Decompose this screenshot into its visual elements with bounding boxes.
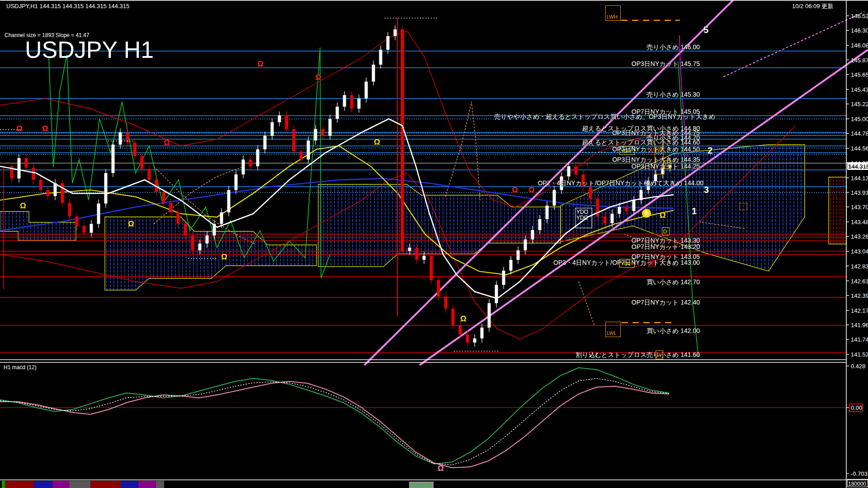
candle-body: [408, 248, 411, 251]
candle-body: [604, 216, 607, 223]
arrow-signal-icon: ↓: [650, 130, 654, 138]
marker-box-m: M: [648, 260, 655, 267]
timeline-segment[interactable]: [90, 481, 121, 488]
big-symbol-title: USDJPY H1: [25, 36, 154, 63]
candle-body: [488, 303, 491, 328]
candle-body: [466, 334, 469, 343]
candle-body: [68, 203, 71, 216]
candle-body: [394, 29, 397, 36]
candle-body: [437, 280, 440, 296]
candle-body: [47, 190, 50, 197]
candle-body: [133, 143, 137, 156]
candle-body: [104, 173, 108, 204]
price-annotation: OP2・4日NYカット/OP7日NYカット極めて大きめ 144.00: [538, 179, 703, 188]
kumo-cloud: [105, 217, 316, 290]
timeline-segment[interactable]: [34, 481, 52, 488]
omega-signal-icon: Ω: [128, 220, 134, 228]
price-axis-label: 145.220: [851, 101, 868, 108]
omega-signal-icon: Ω: [438, 465, 444, 472]
price-axis-label: 141.960: [851, 322, 868, 328]
candle-body: [292, 129, 296, 152]
omega-signal-icon: Ω: [315, 74, 321, 81]
price-axis-label: 142.175: [851, 307, 868, 314]
timeline-segment[interactable]: [138, 481, 156, 488]
omega-signal-icon: Ω: [374, 138, 380, 146]
candle-body: [314, 129, 317, 141]
price-axis-label: 143.265: [851, 233, 868, 240]
timeline-segment[interactable]: [2, 481, 5, 488]
macd-line-green: [0, 368, 669, 464]
marker-box-d: D: [664, 160, 671, 169]
omega-signal-icon: Ω: [221, 253, 227, 261]
candle-body: [336, 107, 339, 119]
senkou-dashed-line: [445, 102, 480, 201]
candle-body: [256, 150, 259, 167]
candle-body: [596, 199, 599, 216]
senkou-dashed-line: [579, 282, 594, 326]
candle-body: [321, 129, 325, 136]
candle-body: [97, 204, 100, 224]
candle-body: [401, 29, 404, 251]
candle-body: [119, 132, 122, 145]
candle-body: [285, 116, 288, 129]
macd-axis-label: 0.00: [849, 404, 863, 412]
candle-body: [546, 206, 549, 219]
marker-box-m: M: [648, 147, 655, 155]
marker-box-frame: [655, 139, 664, 174]
macd-layer: [0, 368, 846, 468]
omega-signal-icon: Ω: [660, 211, 666, 219]
candle-body: [206, 235, 209, 244]
price-axis-label: 143.480: [851, 219, 868, 225]
price-axis-label: 141.525: [851, 351, 868, 358]
timeline-segment[interactable]: [121, 481, 138, 488]
candle-body: [39, 180, 42, 190]
price-axis-label: 143.915: [851, 189, 868, 196]
candle-body: [459, 325, 462, 334]
timeline-segment[interactable]: [156, 481, 164, 488]
omega-signal-icon: Ω: [460, 315, 467, 323]
candle-body: [553, 190, 556, 206]
arrow-signal-icon: ↓: [585, 159, 590, 167]
omega-signal-icon: Ω: [257, 60, 264, 68]
price-axis-label: 142.610: [851, 278, 868, 285]
price-axis-label: 145.655: [851, 71, 868, 78]
candle-body: [271, 122, 274, 136]
timeline-segment[interactable]: [52, 481, 69, 488]
marker-box-w: W: [656, 350, 663, 359]
candle-body: [575, 166, 578, 174]
macd-on-toggle[interactable]: macd ON: [409, 482, 434, 488]
trading-chart-window: USDJPY,H1 144.315 144.315 144.315 144.31…: [0, 0, 868, 488]
candle-body: [444, 296, 448, 309]
candle-body: [358, 99, 361, 109]
candle-body: [148, 169, 151, 180]
candle-body: [242, 160, 245, 174]
price-axis-label: 145.000: [851, 116, 868, 122]
buy-signal-arrow-icon: ⬆: [642, 209, 651, 218]
candle-body: [589, 187, 592, 199]
macd-axis-label: -0.703: [851, 470, 868, 477]
symbol-ohlc-readout: USDJPY,H1 144.315 144.315 144.315 144.31…: [6, 3, 129, 9]
price-axis-label: 144.565: [851, 145, 868, 152]
candle-body: [531, 230, 534, 239]
candle-body: [524, 239, 527, 250]
price-annotation: 売り小さめ 146.00: [646, 43, 700, 52]
chart-canvas[interactable]: [0, 0, 868, 488]
price-axis-label: 143.045: [851, 248, 868, 255]
candle-body: [191, 235, 194, 250]
candle-body: [307, 141, 310, 160]
candle-body: [227, 190, 231, 213]
candle-body: [387, 36, 390, 50]
candle-body: [343, 95, 346, 107]
candle-body: [365, 82, 368, 99]
timeline-segment[interactable]: [69, 481, 90, 488]
timeline-segment[interactable]: [5, 481, 34, 488]
candle-body: [220, 212, 223, 224]
candle-body: [567, 166, 571, 177]
price-axis-label: 144.785: [851, 130, 868, 137]
candle-body: [83, 226, 86, 233]
price-annotation: 買い小さめ 142.70: [646, 278, 700, 286]
candle-body: [25, 158, 28, 168]
candle-body: [32, 168, 35, 180]
price-annotation: 売りやや小さめ・超えるとストップロス買い小さめ、OP3日NYカット大きめ: [494, 113, 715, 121]
macd-pane-label: H1 macd (12): [4, 364, 37, 371]
